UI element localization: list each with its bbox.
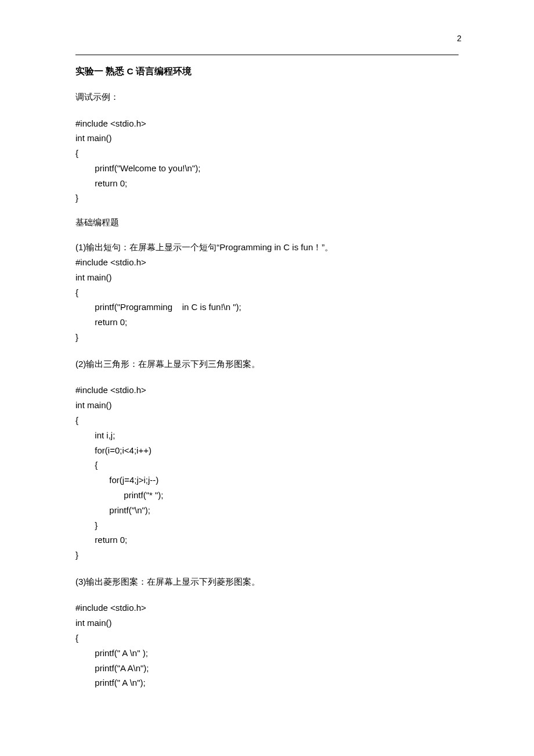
basic-problems-label: 基础编程题 [75,217,459,228]
code-block-q2: #include <stdio.h> int main() { int i,j;… [75,383,459,563]
page-number: 2 [457,34,461,43]
code-block-example: #include <stdio.h> int main() { printf("… [75,116,459,206]
question-3-description: (3)输出菱形图案：在屏幕上显示下列菱形图案。 [75,574,459,589]
question-2-description: (2)输出三角形：在屏幕上显示下列三角形图案。 [75,357,459,372]
question-1-description: (1)输出短句：在屏幕上显示一个短句“Programming in C is f… [75,240,459,255]
section-title: 实验一 熟悉 C 语言编程环境 [75,66,459,78]
code-block-q1: #include <stdio.h> int main() { printf("… [75,255,459,345]
header-rule [75,55,459,55]
code-block-q3: #include <stdio.h> int main() { printf("… [75,600,459,690]
debug-example-label: 调试示例： [75,89,459,105]
document-page: 2 实验一 熟悉 C 语言编程环境 调试示例： #include <stdio.… [0,0,534,756]
